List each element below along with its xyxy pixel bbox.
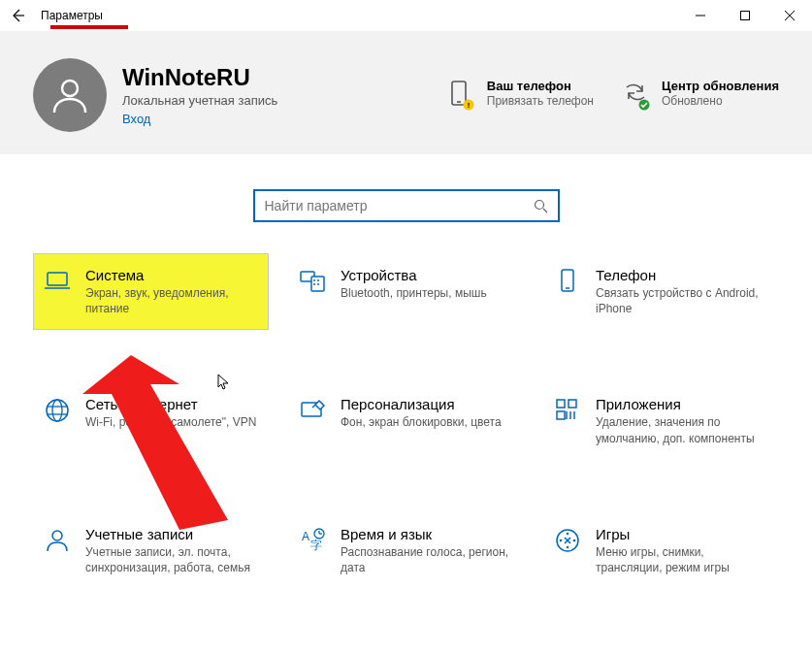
tile-apps-text: Приложения Удаление, значения по умолчан… — [596, 396, 769, 445]
tile-time-sub: Распознавание голоса, регион, дата — [341, 544, 514, 575]
svg-point-20 — [317, 283, 319, 285]
tile-personalization-sub: Фон, экран блокировки, цвета — [341, 414, 502, 430]
tile-system-text: Система Экран, звук, уведомления, питани… — [85, 267, 259, 316]
svg-rect-29 — [557, 400, 565, 408]
svg-point-17 — [313, 279, 315, 281]
tile-phone[interactable]: Телефон Связать устройство с Android, iP… — [543, 253, 779, 330]
tile-network-text: Сеть и Интернет Wi-Fi, режим "в самолете… — [85, 396, 256, 430]
back-button[interactable] — [4, 2, 31, 29]
close-button[interactable] — [767, 0, 812, 31]
update-icon — [619, 79, 652, 112]
apps-icon — [553, 396, 582, 425]
tile-phone-text: Телефон Связать устройство с Android, iP… — [596, 267, 769, 316]
minimize-button[interactable] — [678, 0, 723, 31]
tile-personalization-title: Персонализация — [341, 396, 502, 412]
paint-icon — [298, 396, 327, 425]
svg-line-3 — [785, 11, 795, 20]
time-language-icon: A字 — [298, 526, 327, 555]
svg-point-19 — [313, 283, 315, 285]
tile-apps-sub: Удаление, значения по умолчанию, доп. ко… — [596, 414, 769, 445]
status-phone[interactable]: ! Ваш телефон Привязать телефон — [444, 79, 594, 112]
maximize-button[interactable] — [723, 0, 767, 31]
tile-time-title: Время и язык — [341, 526, 514, 542]
globe-icon — [43, 396, 72, 425]
tile-games-sub: Меню игры, снимки, трансляции, режим игр… — [596, 544, 769, 575]
status-phone-title: Ваш телефон — [487, 79, 594, 93]
svg-point-35 — [52, 531, 62, 540]
svg-line-4 — [785, 11, 795, 20]
tile-network-sub: Wi-Fi, режим "в самолете", VPN — [85, 414, 256, 430]
tile-time-text: Время и язык Распознавание голоса, регио… — [341, 526, 514, 575]
tile-accounts-sub: Учетные записи, эл. почта, синхронизация… — [85, 544, 259, 575]
tile-games-text: Игры Меню игры, снимки, трансляции, режи… — [596, 526, 769, 575]
tile-apps[interactable]: Приложения Удаление, значения по умолчан… — [543, 382, 779, 459]
account-name: WinNoteRU — [122, 64, 277, 92]
status-update[interactable]: Центр обновления Обновлено — [619, 79, 779, 112]
games-icon — [553, 526, 582, 555]
svg-point-18 — [317, 279, 319, 281]
svg-line-28 — [312, 405, 315, 408]
account-text: WinNoteRU Локальная учетная запись Вход — [122, 64, 277, 127]
search-box[interactable] — [253, 189, 560, 222]
window-controls — [678, 0, 812, 31]
tile-phone-sub: Связать устройство с Android, iPhone — [596, 285, 769, 316]
status-update-text: Центр обновления Обновлено — [662, 79, 779, 108]
status-phone-sub: Привязать телефон — [487, 94, 594, 108]
tile-accounts[interactable]: Учетные записи Учетные записи, эл. почта… — [33, 512, 269, 589]
status-blocks: ! Ваш телефон Привязать телефон Центр об… — [444, 79, 779, 112]
tile-apps-title: Приложения — [596, 396, 769, 412]
tile-accounts-text: Учетные записи Учетные записи, эл. почта… — [85, 526, 259, 575]
tile-personalization[interactable]: Персонализация Фон, экран блокировки, цв… — [288, 382, 524, 459]
title-underline-annotation — [50, 25, 128, 29]
person-icon — [43, 526, 72, 555]
header: WinNoteRU Локальная учетная запись Вход … — [0, 31, 812, 154]
tile-accounts-title: Учетные записи — [85, 526, 259, 542]
avatar — [33, 58, 107, 132]
svg-line-12 — [543, 209, 547, 213]
tile-phone-title: Телефон — [596, 267, 769, 283]
svg-point-43 — [567, 545, 569, 548]
status-update-title: Центр обновления — [662, 79, 779, 93]
svg-point-23 — [47, 400, 68, 421]
search-input[interactable] — [265, 198, 533, 213]
svg-rect-2 — [741, 12, 750, 20]
phone-icon: ! — [444, 79, 477, 112]
tile-network[interactable]: Сеть и Интернет Wi-Fi, режим "в самолете… — [33, 382, 269, 459]
account-block: WinNoteRU Локальная учетная запись Вход — [33, 58, 277, 132]
svg-point-42 — [567, 532, 569, 535]
svg-text:A: A — [302, 530, 309, 543]
tile-system[interactable]: Система Экран, звук, уведомления, питани… — [33, 253, 269, 330]
svg-point-11 — [536, 200, 544, 209]
status-update-sub: Обновлено — [662, 94, 779, 108]
svg-point-5 — [62, 81, 78, 96]
status-phone-text: Ваш телефон Привязать телефон — [487, 79, 594, 108]
svg-rect-13 — [48, 273, 67, 285]
tile-personalization-text: Персонализация Фон, экран блокировки, цв… — [341, 396, 502, 430]
tile-system-sub: Экран, звук, уведомления, питание — [85, 285, 259, 316]
svg-text:字: 字 — [310, 539, 322, 552]
laptop-icon — [43, 267, 72, 296]
svg-point-24 — [52, 400, 62, 421]
tile-time[interactable]: A字 Время и язык Распознавание голоса, ре… — [288, 512, 524, 589]
tile-devices-sub: Bluetooth, принтеры, мышь — [341, 285, 487, 301]
svg-text:!: ! — [467, 101, 470, 110]
svg-point-45 — [573, 539, 576, 541]
tile-devices-title: Устройства — [341, 267, 487, 283]
account-subtitle: Локальная учетная запись — [122, 93, 277, 108]
smartphone-icon — [553, 267, 582, 296]
search-icon — [533, 197, 550, 214]
tile-devices-text: Устройства Bluetooth, принтеры, мышь — [341, 267, 487, 301]
svg-rect-30 — [568, 400, 576, 408]
tile-devices[interactable]: Устройства Bluetooth, принтеры, мышь — [288, 253, 524, 330]
search-row — [0, 154, 812, 253]
tile-games-title: Игры — [596, 526, 769, 542]
tile-network-title: Сеть и Интернет — [85, 396, 256, 412]
tile-games[interactable]: Игры Меню игры, снимки, трансляции, режи… — [543, 512, 779, 589]
window-title: Параметры — [41, 9, 103, 22]
tiles-grid: Система Экран, звук, уведомления, питани… — [0, 253, 812, 589]
devices-icon — [298, 267, 327, 296]
tile-system-title: Система — [85, 267, 259, 283]
svg-rect-31 — [557, 411, 565, 419]
svg-point-44 — [560, 539, 563, 541]
signin-link[interactable]: Вход — [122, 112, 277, 126]
